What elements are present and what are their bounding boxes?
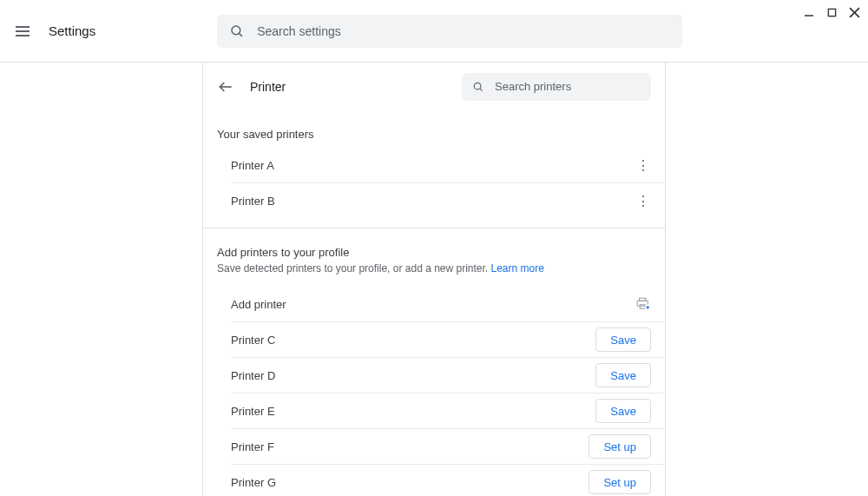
- add-printer-label: Add printer: [231, 298, 286, 311]
- save-button[interactable]: Save: [595, 399, 651, 423]
- panel-header: Printer: [203, 63, 665, 110]
- svg-line-5: [240, 33, 243, 36]
- printer-panel: Printer Your saved printers Printer A ⋮ …: [202, 63, 666, 496]
- printer-name: Printer G: [231, 476, 276, 489]
- minimize-icon[interactable]: [802, 5, 816, 19]
- app-title: Settings: [49, 23, 95, 38]
- close-icon[interactable]: [847, 5, 861, 19]
- add-printers-desc: Save detected printers to your profile, …: [217, 262, 651, 274]
- add-printer-row[interactable]: Add printer: [231, 287, 665, 322]
- add-printers-title: Add printers to your profile: [217, 246, 651, 259]
- search-icon: [229, 23, 245, 39]
- back-arrow-icon[interactable]: [217, 78, 234, 96]
- printer-name: Printer D: [231, 369, 275, 382]
- top-bar: Settings: [0, 0, 868, 63]
- save-button[interactable]: Save: [595, 327, 651, 352]
- learn-more-link[interactable]: Learn more: [491, 262, 544, 274]
- save-button[interactable]: Save: [595, 363, 651, 387]
- printer-name: Printer F: [231, 440, 274, 453]
- setup-button[interactable]: Set up: [589, 434, 651, 459]
- printer-name: Printer A: [231, 159, 274, 172]
- printer-name: Printer B: [231, 195, 275, 208]
- svg-rect-11: [640, 305, 645, 309]
- detected-printer-row: Printer E Save: [231, 393, 665, 429]
- saved-printer-row: Printer B ⋮: [231, 183, 665, 219]
- svg-point-4: [232, 26, 240, 35]
- add-printers-section: Add printers to your profile Save detect…: [203, 228, 665, 280]
- detected-printer-row: Printer D Save: [231, 358, 665, 393]
- svg-point-7: [474, 83, 481, 89]
- detected-printer-row: Printer C Save: [231, 322, 665, 358]
- window-controls: [802, 5, 861, 19]
- detected-printer-row: Printer F Set up: [231, 429, 665, 465]
- saved-printers-heading: Your saved printers: [203, 110, 665, 148]
- printer-search-input[interactable]: [495, 80, 641, 93]
- more-options-icon[interactable]: ⋮: [634, 157, 651, 174]
- search-icon: [472, 80, 484, 94]
- panel-title: Printer: [250, 80, 286, 94]
- add-printer-icon: [635, 296, 651, 312]
- saved-printer-row: Printer A ⋮: [231, 148, 665, 183]
- more-options-icon[interactable]: ⋮: [634, 193, 651, 209]
- menu-icon[interactable]: [16, 23, 33, 40]
- settings-search-input[interactable]: [257, 24, 670, 38]
- maximize-icon[interactable]: [825, 5, 838, 19]
- printer-search[interactable]: [462, 73, 651, 101]
- detected-printer-row: Printer G Set up: [231, 465, 665, 496]
- svg-rect-1: [828, 9, 835, 16]
- svg-line-8: [480, 88, 483, 90]
- add-printers-desc-text: Save detected printers to your profile, …: [217, 262, 491, 274]
- printer-name: Printer C: [231, 334, 275, 347]
- printer-name: Printer E: [231, 405, 275, 418]
- saved-printers-list: Printer A ⋮ Printer B ⋮: [203, 148, 665, 219]
- settings-search[interactable]: [217, 15, 682, 48]
- setup-button[interactable]: Set up: [589, 470, 651, 494]
